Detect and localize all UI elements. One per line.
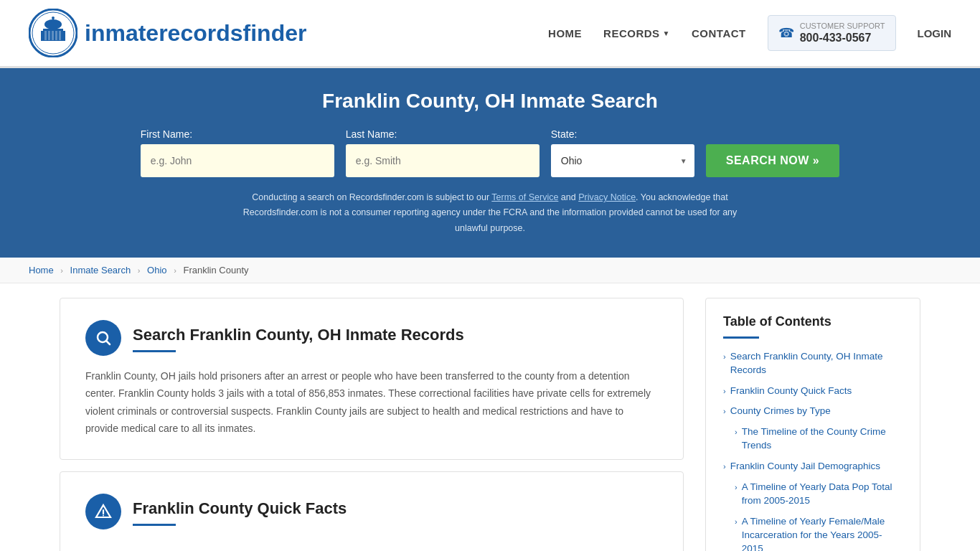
search-button[interactable]: SEARCH NOW » [706, 144, 839, 177]
chevron-right-icon: › [723, 461, 726, 472]
toc-link-6[interactable]: ›A Timeline of Yearly Female/Male Incarc… [735, 515, 903, 551]
svg-rect-8 [55, 31, 57, 40]
nav-contact[interactable]: CONTACT [692, 27, 746, 39]
chevron-right-icon: › [723, 352, 726, 362]
main-nav: HOME RECORDS ▼ CONTACT ☎ CUSTOMER SUPPOR… [548, 15, 951, 50]
logo-text: inmaterecordsfinder [85, 20, 306, 47]
card-header-2: Franklin County Quick Facts [85, 494, 658, 529]
card-title-wrapper-1: Search Franklin County, OH Inmate Record… [133, 320, 464, 352]
toc-card: Table of Contents ›Search Franklin Count… [705, 298, 920, 551]
toc-item-label: County Crimes by Type [730, 405, 831, 418]
first-name-input[interactable] [141, 144, 334, 177]
nav-home[interactable]: HOME [548, 27, 582, 39]
card-title-wrapper-2: Franklin County Quick Facts [133, 494, 347, 526]
toc-list: ›Search Franklin County, OH Inmate Recor… [723, 350, 903, 551]
toc-item: ›A Timeline of Yearly Female/Male Incarc… [723, 515, 903, 551]
nav-records[interactable]: RECORDS ▼ [603, 27, 670, 39]
toc-link-0[interactable]: ›Search Franklin County, OH Inmate Recor… [723, 350, 903, 377]
site-header: inmaterecordsfinder HOME RECORDS ▼ CONTA… [0, 0, 980, 68]
toc-link-2[interactable]: ›County Crimes by Type [723, 405, 903, 418]
left-column: Search Franklin County, OH Inmate Record… [60, 298, 705, 551]
toc-item: ›Search Franklin County, OH Inmate Recor… [723, 350, 903, 377]
chevron-right-icon: › [723, 406, 726, 417]
support-phone: 800-433-0567 [800, 32, 885, 44]
svg-line-13 [107, 341, 110, 344]
breadcrumb-sep-1: › [60, 266, 63, 275]
svg-rect-6 [48, 31, 50, 40]
toc-link-4[interactable]: ›Franklin County Jail Demographics [723, 460, 903, 474]
nav-login[interactable]: LOGIN [918, 27, 952, 39]
chevron-right-icon: › [735, 517, 738, 527]
chevron-right-icon: › [735, 427, 738, 438]
toc-link-5[interactable]: ›A Timeline of Yearly Data Pop Total fro… [735, 481, 903, 508]
svg-rect-3 [43, 29, 63, 31]
tos-link[interactable]: Terms of Service [491, 192, 558, 202]
first-name-label: First Name: [141, 128, 334, 140]
state-select[interactable]: Ohio [551, 144, 694, 177]
last-name-label: Last Name: [346, 128, 540, 140]
toc-item: ›County Crimes by Type [723, 405, 903, 418]
state-label: State: [551, 128, 694, 140]
toc-item-label: A Timeline of Yearly Data Pop Total from… [742, 481, 903, 508]
toc-item: ›Franklin County Jail Demographics [723, 460, 903, 474]
breadcrumb-inmate-search[interactable]: Inmate Search [70, 265, 131, 276]
section2-underline [133, 524, 176, 526]
toc-link-1[interactable]: ›Franklin County Quick Facts [723, 385, 903, 398]
svg-point-11 [52, 17, 55, 19]
logo-icon [29, 9, 77, 57]
svg-rect-7 [52, 31, 54, 40]
hero-disclaimer: Conducting a search on Recordsfinder.com… [239, 190, 741, 236]
toc-item-label: A Timeline of Yearly Female/Male Incarce… [742, 515, 903, 551]
breadcrumb-sep-2: › [138, 266, 141, 275]
last-name-group: Last Name: [346, 128, 540, 177]
svg-rect-9 [59, 31, 61, 40]
chevron-right-icon: › [735, 482, 738, 493]
svg-rect-5 [44, 31, 47, 40]
section-quick-facts: Franklin County Quick Facts [60, 471, 684, 551]
support-info: CUSTOMER SUPPORT 800-433-0567 [800, 22, 885, 44]
right-column: Table of Contents ›Search Franklin Count… [705, 298, 920, 551]
headset-icon: ☎ [778, 25, 794, 41]
logo-name: inmaterecordsfinder [85, 20, 306, 46]
section1-underline [133, 350, 176, 352]
toc-link-3[interactable]: ›The Timeline of the County Crime Trends [735, 425, 903, 453]
toc-item-label: Search Franklin County, OH Inmate Record… [730, 350, 903, 377]
toc-item-label: Franklin County Jail Demographics [730, 460, 880, 474]
chevron-down-icon: ▼ [663, 29, 670, 37]
card-header-1: Search Franklin County, OH Inmate Record… [85, 320, 658, 356]
alert-icon-badge [85, 494, 121, 529]
toc-item: ›The Timeline of the County Crime Trends [723, 425, 903, 453]
toc-divider [723, 336, 759, 339]
breadcrumb: Home › Inmate Search › Ohio › Franklin C… [0, 258, 980, 283]
alert-icon [95, 503, 112, 520]
last-name-input[interactable] [346, 144, 540, 177]
breadcrumb-current: Franklin County [183, 265, 248, 276]
breadcrumb-sep-3: › [174, 266, 176, 275]
search-form: First Name: Last Name: State: Ohio SEARC… [29, 128, 951, 177]
toc-item-label: Franklin County Quick Facts [730, 385, 852, 398]
search-icon [95, 329, 112, 347]
section1-title: Search Franklin County, OH Inmate Record… [133, 320, 464, 344]
state-group: State: Ohio [551, 128, 694, 177]
section2-title: Franklin County Quick Facts [133, 494, 347, 518]
logo-area: inmaterecordsfinder [29, 9, 306, 57]
chevron-right-icon: › [723, 386, 726, 397]
toc-item: ›Franklin County Quick Facts [723, 385, 903, 398]
toc-item-label: The Timeline of the County Crime Trends [742, 425, 903, 453]
main-content: Search Franklin County, OH Inmate Record… [31, 283, 949, 551]
breadcrumb-state[interactable]: Ohio [147, 265, 166, 276]
search-icon-badge [85, 320, 121, 356]
hero-section: Franklin County, OH Inmate Search First … [0, 68, 980, 258]
svg-point-15 [103, 514, 104, 516]
hero-title: Franklin County, OH Inmate Search [29, 90, 951, 113]
state-select-wrapper: Ohio [551, 144, 694, 177]
support-label: CUSTOMER SUPPORT [800, 22, 885, 31]
breadcrumb-home[interactable]: Home [29, 265, 54, 276]
first-name-group: First Name: [141, 128, 334, 177]
toc-item: ›A Timeline of Yearly Data Pop Total fro… [723, 481, 903, 508]
toc-title: Table of Contents [723, 314, 903, 329]
section-inmate-records: Search Franklin County, OH Inmate Record… [60, 298, 684, 460]
support-box: ☎ CUSTOMER SUPPORT 800-433-0567 [768, 15, 896, 50]
section1-body: Franklin County, OH jails hold prisoners… [85, 367, 658, 438]
privacy-link[interactable]: Privacy Notice [578, 192, 636, 202]
